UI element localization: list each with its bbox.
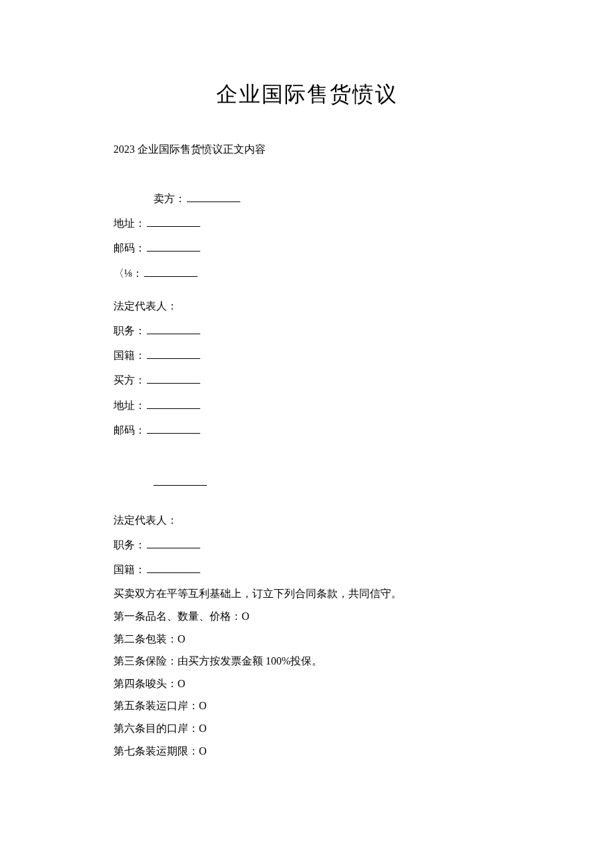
seller-field: 卖方： bbox=[113, 187, 501, 210]
seller-position-blank bbox=[147, 325, 200, 334]
seller-postcode-field: 邮码： bbox=[113, 236, 501, 260]
buyer-postcode-label: 邮码： bbox=[113, 424, 145, 436]
seller-label: 卖方： bbox=[154, 193, 186, 204]
buyer-postcode-field: 邮码： bbox=[113, 418, 501, 442]
document-title: 企业国际售货愤议 bbox=[113, 80, 501, 109]
buyer-field: 买方： bbox=[113, 368, 501, 392]
seller-address-label: 地址： bbox=[113, 218, 145, 229]
article-7: 第七条装运期限：O bbox=[113, 740, 501, 763]
seller-phone-blank bbox=[144, 268, 198, 277]
buyer-position-blank bbox=[147, 539, 200, 548]
seller-nationality-blank bbox=[147, 350, 200, 359]
buyer-nationality-label: 国籍： bbox=[113, 564, 145, 575]
seller-position-field: 职务： bbox=[113, 319, 501, 342]
buyer-label: 买方： bbox=[113, 374, 145, 386]
standalone-blank bbox=[154, 476, 207, 486]
document-subtitle: 2023 企业国际售货愤议正文内容 bbox=[113, 143, 501, 157]
buyer-blank bbox=[147, 374, 200, 384]
seller-rep-label: 法定代表人： bbox=[113, 300, 178, 312]
buyer-rep-field: 法定代表人： bbox=[113, 508, 501, 532]
buyer-rep-label: 法定代表人： bbox=[113, 514, 178, 526]
seller-position-label: 职务： bbox=[113, 325, 145, 336]
article-1: 第一条品名、数量、价格：O bbox=[113, 605, 501, 628]
preamble-text: 买卖双方在平等互利基础上，订立下列合同条款，共同信守。 bbox=[113, 582, 501, 605]
document-page: 企业国际售货愤议 2023 企业国际售货愤议正文内容 卖方： 地址： 邮码： 〈… bbox=[0, 0, 614, 815]
seller-address-blank bbox=[147, 218, 200, 227]
buyer-nationality-field: 国籍： bbox=[113, 558, 501, 581]
article-4: 第四条唆头：O bbox=[113, 673, 501, 695]
seller-blank bbox=[187, 193, 240, 202]
seller-postcode-blank bbox=[147, 242, 200, 252]
buyer-address-label: 地址： bbox=[113, 400, 145, 411]
buyer-position-field: 职务： bbox=[113, 533, 501, 556]
seller-postcode-label: 邮码： bbox=[113, 242, 145, 254]
buyer-nationality-blank bbox=[147, 564, 200, 573]
buyer-position-label: 职务： bbox=[113, 539, 145, 550]
seller-address-field: 地址： bbox=[113, 211, 501, 235]
article-3: 第三条保险：由买方按发票金额 100%投保。 bbox=[113, 650, 501, 673]
buyer-postcode-blank bbox=[147, 424, 200, 434]
standalone-blank-line bbox=[113, 476, 501, 488]
buyer-address-field: 地址： bbox=[113, 394, 501, 417]
article-2: 第二条包装：O bbox=[113, 628, 501, 650]
seller-phone-field: 〈⅛： bbox=[113, 262, 501, 285]
seller-rep-field: 法定代表人： bbox=[113, 294, 501, 318]
seller-phone-label: 〈⅛： bbox=[113, 268, 143, 279]
article-5: 第五条装运口岸：O bbox=[113, 695, 501, 717]
article-6: 第六条目的口岸：O bbox=[113, 717, 501, 740]
buyer-address-blank bbox=[147, 400, 200, 409]
seller-nationality-label: 国籍： bbox=[113, 350, 145, 361]
seller-nationality-field: 国籍： bbox=[113, 344, 501, 367]
